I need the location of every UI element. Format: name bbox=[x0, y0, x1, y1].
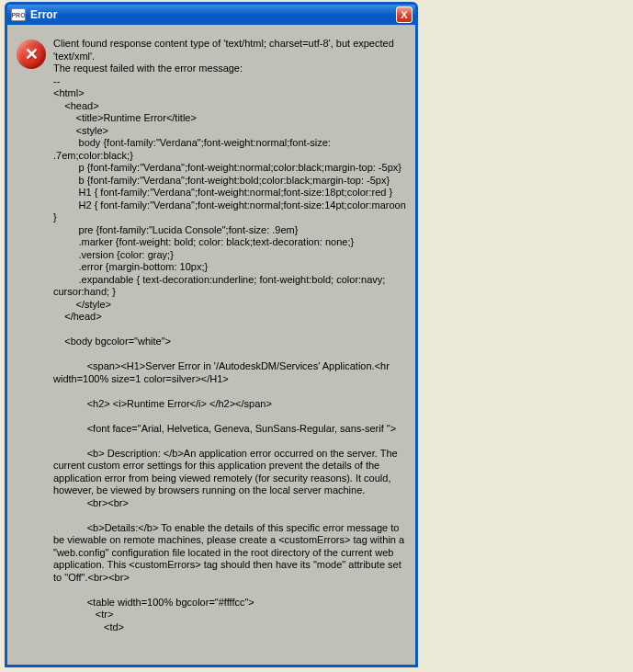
dialog-content: ✕ Client found response content type of … bbox=[7, 25, 415, 665]
close-button[interactable]: X bbox=[396, 6, 413, 23]
titlebar: PRO Error X bbox=[7, 5, 415, 25]
window-title: Error bbox=[30, 8, 57, 21]
titlebar-left: PRO Error bbox=[11, 8, 57, 21]
app-icon: PRO bbox=[11, 8, 26, 21]
error-message-text: Client found response content type of 't… bbox=[53, 38, 406, 665]
error-x-glyph: ✕ bbox=[25, 44, 39, 64]
error-icon: ✕ bbox=[17, 40, 46, 69]
close-icon: X bbox=[401, 9, 407, 20]
error-dialog: PRO Error X ✕ Client found response cont… bbox=[5, 2, 418, 667]
